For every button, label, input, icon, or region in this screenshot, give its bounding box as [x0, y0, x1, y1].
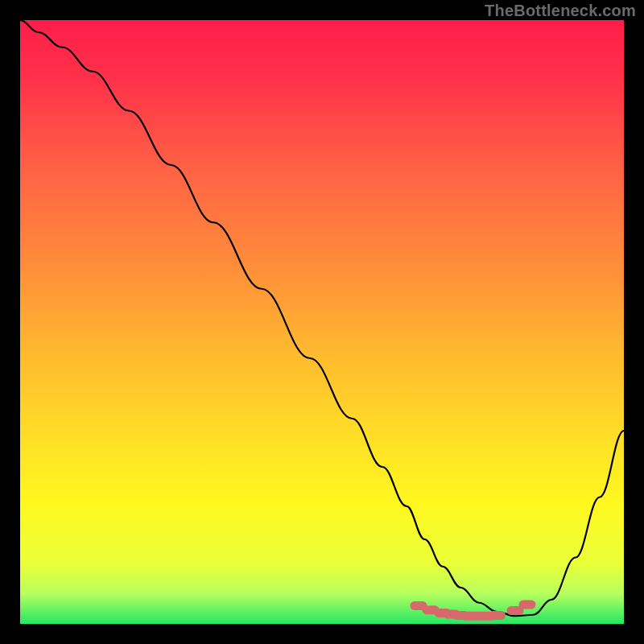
- chart-svg: [20, 20, 624, 624]
- outer-frame: TheBottleneck.com: [0, 0, 644, 644]
- plot-area: [20, 20, 624, 624]
- watermark-text: TheBottleneck.com: [485, 2, 636, 20]
- gradient-background: [20, 20, 624, 624]
